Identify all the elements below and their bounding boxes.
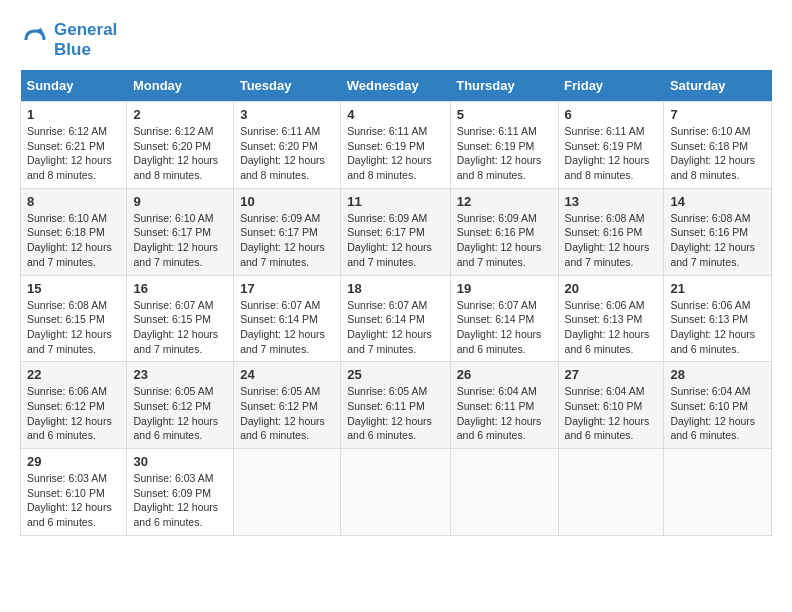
- day-detail: Sunrise: 6:03 AM Sunset: 6:09 PM Dayligh…: [133, 471, 227, 530]
- day-detail: Sunrise: 6:08 AM Sunset: 6:16 PM Dayligh…: [565, 211, 658, 270]
- day-detail: Sunrise: 6:07 AM Sunset: 6:14 PM Dayligh…: [457, 298, 552, 357]
- weekday-header-sunday: Sunday: [21, 70, 127, 102]
- day-detail: Sunrise: 6:04 AM Sunset: 6:10 PM Dayligh…: [670, 384, 765, 443]
- day-detail: Sunrise: 6:09 AM Sunset: 6:17 PM Dayligh…: [347, 211, 443, 270]
- day-number: 26: [457, 367, 552, 382]
- day-number: 3: [240, 107, 334, 122]
- day-detail: Sunrise: 6:10 AM Sunset: 6:18 PM Dayligh…: [27, 211, 120, 270]
- weekday-header-monday: Monday: [127, 70, 234, 102]
- day-number: 7: [670, 107, 765, 122]
- day-detail: Sunrise: 6:04 AM Sunset: 6:10 PM Dayligh…: [565, 384, 658, 443]
- calendar-cell: 20Sunrise: 6:06 AM Sunset: 6:13 PM Dayli…: [558, 275, 664, 362]
- day-detail: Sunrise: 6:07 AM Sunset: 6:14 PM Dayligh…: [347, 298, 443, 357]
- day-number: 13: [565, 194, 658, 209]
- day-number: 15: [27, 281, 120, 296]
- calendar-cell: 1Sunrise: 6:12 AM Sunset: 6:21 PM Daylig…: [21, 102, 127, 189]
- day-detail: Sunrise: 6:03 AM Sunset: 6:10 PM Dayligh…: [27, 471, 120, 530]
- calendar-cell: 22Sunrise: 6:06 AM Sunset: 6:12 PM Dayli…: [21, 362, 127, 449]
- calendar-cell: [664, 449, 772, 536]
- day-number: 10: [240, 194, 334, 209]
- day-number: 29: [27, 454, 120, 469]
- calendar-cell: 13Sunrise: 6:08 AM Sunset: 6:16 PM Dayli…: [558, 188, 664, 275]
- day-detail: Sunrise: 6:11 AM Sunset: 6:19 PM Dayligh…: [457, 124, 552, 183]
- calendar-cell: 9Sunrise: 6:10 AM Sunset: 6:17 PM Daylig…: [127, 188, 234, 275]
- calendar-cell: 5Sunrise: 6:11 AM Sunset: 6:19 PM Daylig…: [450, 102, 558, 189]
- calendar-week-row: 15Sunrise: 6:08 AM Sunset: 6:15 PM Dayli…: [21, 275, 772, 362]
- calendar-cell: 6Sunrise: 6:11 AM Sunset: 6:19 PM Daylig…: [558, 102, 664, 189]
- calendar-cell: 24Sunrise: 6:05 AM Sunset: 6:12 PM Dayli…: [234, 362, 341, 449]
- logo-icon: [20, 25, 50, 55]
- calendar-cell: 12Sunrise: 6:09 AM Sunset: 6:16 PM Dayli…: [450, 188, 558, 275]
- calendar-cell: 8Sunrise: 6:10 AM Sunset: 6:18 PM Daylig…: [21, 188, 127, 275]
- day-detail: Sunrise: 6:05 AM Sunset: 6:12 PM Dayligh…: [240, 384, 334, 443]
- weekday-header-tuesday: Tuesday: [234, 70, 341, 102]
- calendar-cell: 29Sunrise: 6:03 AM Sunset: 6:10 PM Dayli…: [21, 449, 127, 536]
- logo-text: General Blue: [54, 20, 117, 60]
- calendar-cell: 19Sunrise: 6:07 AM Sunset: 6:14 PM Dayli…: [450, 275, 558, 362]
- calendar-cell: 14Sunrise: 6:08 AM Sunset: 6:16 PM Dayli…: [664, 188, 772, 275]
- day-detail: Sunrise: 6:07 AM Sunset: 6:14 PM Dayligh…: [240, 298, 334, 357]
- calendar-table: SundayMondayTuesdayWednesdayThursdayFrid…: [20, 70, 772, 536]
- day-detail: Sunrise: 6:09 AM Sunset: 6:16 PM Dayligh…: [457, 211, 552, 270]
- calendar-week-row: 8Sunrise: 6:10 AM Sunset: 6:18 PM Daylig…: [21, 188, 772, 275]
- calendar-cell: [234, 449, 341, 536]
- weekday-header-wednesday: Wednesday: [341, 70, 450, 102]
- day-number: 25: [347, 367, 443, 382]
- day-number: 23: [133, 367, 227, 382]
- day-number: 17: [240, 281, 334, 296]
- day-number: 24: [240, 367, 334, 382]
- day-detail: Sunrise: 6:11 AM Sunset: 6:19 PM Dayligh…: [565, 124, 658, 183]
- day-number: 6: [565, 107, 658, 122]
- calendar-week-row: 29Sunrise: 6:03 AM Sunset: 6:10 PM Dayli…: [21, 449, 772, 536]
- calendar-cell: 7Sunrise: 6:10 AM Sunset: 6:18 PM Daylig…: [664, 102, 772, 189]
- day-number: 9: [133, 194, 227, 209]
- day-number: 1: [27, 107, 120, 122]
- calendar-cell: [341, 449, 450, 536]
- weekday-header-row: SundayMondayTuesdayWednesdayThursdayFrid…: [21, 70, 772, 102]
- day-number: 16: [133, 281, 227, 296]
- calendar-cell: 2Sunrise: 6:12 AM Sunset: 6:20 PM Daylig…: [127, 102, 234, 189]
- day-detail: Sunrise: 6:07 AM Sunset: 6:15 PM Dayligh…: [133, 298, 227, 357]
- day-detail: Sunrise: 6:11 AM Sunset: 6:19 PM Dayligh…: [347, 124, 443, 183]
- day-detail: Sunrise: 6:11 AM Sunset: 6:20 PM Dayligh…: [240, 124, 334, 183]
- calendar-cell: 4Sunrise: 6:11 AM Sunset: 6:19 PM Daylig…: [341, 102, 450, 189]
- calendar-cell: 21Sunrise: 6:06 AM Sunset: 6:13 PM Dayli…: [664, 275, 772, 362]
- weekday-header-friday: Friday: [558, 70, 664, 102]
- day-number: 8: [27, 194, 120, 209]
- day-detail: Sunrise: 6:10 AM Sunset: 6:17 PM Dayligh…: [133, 211, 227, 270]
- calendar-week-row: 22Sunrise: 6:06 AM Sunset: 6:12 PM Dayli…: [21, 362, 772, 449]
- weekday-header-thursday: Thursday: [450, 70, 558, 102]
- calendar-cell: 27Sunrise: 6:04 AM Sunset: 6:10 PM Dayli…: [558, 362, 664, 449]
- calendar-cell: [558, 449, 664, 536]
- day-detail: Sunrise: 6:09 AM Sunset: 6:17 PM Dayligh…: [240, 211, 334, 270]
- day-number: 4: [347, 107, 443, 122]
- day-number: 30: [133, 454, 227, 469]
- day-number: 21: [670, 281, 765, 296]
- calendar-cell: 16Sunrise: 6:07 AM Sunset: 6:15 PM Dayli…: [127, 275, 234, 362]
- calendar-cell: 28Sunrise: 6:04 AM Sunset: 6:10 PM Dayli…: [664, 362, 772, 449]
- calendar-cell: [450, 449, 558, 536]
- page-header: General Blue: [20, 20, 772, 60]
- day-number: 5: [457, 107, 552, 122]
- day-detail: Sunrise: 6:08 AM Sunset: 6:16 PM Dayligh…: [670, 211, 765, 270]
- calendar-cell: 10Sunrise: 6:09 AM Sunset: 6:17 PM Dayli…: [234, 188, 341, 275]
- day-number: 14: [670, 194, 765, 209]
- day-number: 12: [457, 194, 552, 209]
- day-detail: Sunrise: 6:06 AM Sunset: 6:13 PM Dayligh…: [565, 298, 658, 357]
- calendar-week-row: 1Sunrise: 6:12 AM Sunset: 6:21 PM Daylig…: [21, 102, 772, 189]
- day-number: 19: [457, 281, 552, 296]
- day-detail: Sunrise: 6:04 AM Sunset: 6:11 PM Dayligh…: [457, 384, 552, 443]
- day-number: 22: [27, 367, 120, 382]
- day-detail: Sunrise: 6:12 AM Sunset: 6:20 PM Dayligh…: [133, 124, 227, 183]
- day-detail: Sunrise: 6:10 AM Sunset: 6:18 PM Dayligh…: [670, 124, 765, 183]
- day-detail: Sunrise: 6:06 AM Sunset: 6:13 PM Dayligh…: [670, 298, 765, 357]
- day-detail: Sunrise: 6:12 AM Sunset: 6:21 PM Dayligh…: [27, 124, 120, 183]
- day-number: 27: [565, 367, 658, 382]
- calendar-cell: 15Sunrise: 6:08 AM Sunset: 6:15 PM Dayli…: [21, 275, 127, 362]
- calendar-cell: 11Sunrise: 6:09 AM Sunset: 6:17 PM Dayli…: [341, 188, 450, 275]
- day-detail: Sunrise: 6:06 AM Sunset: 6:12 PM Dayligh…: [27, 384, 120, 443]
- day-number: 28: [670, 367, 765, 382]
- logo: General Blue: [20, 20, 117, 60]
- calendar-cell: 3Sunrise: 6:11 AM Sunset: 6:20 PM Daylig…: [234, 102, 341, 189]
- calendar-cell: 30Sunrise: 6:03 AM Sunset: 6:09 PM Dayli…: [127, 449, 234, 536]
